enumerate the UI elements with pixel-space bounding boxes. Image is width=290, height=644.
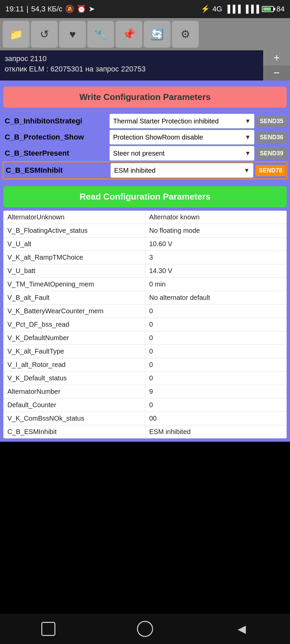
table-row: V_I_alt_Rotor_read 0: [3, 358, 287, 372]
cell-right: 10.60 V: [145, 237, 287, 251]
log-line2: отклик ELM : 62075301 на запрос 220753: [5, 64, 258, 74]
cell-right: Alternator known: [145, 211, 287, 224]
table-row: V_K_ComBssNOk_status 00: [3, 412, 287, 425]
params-grid: C_B_InhibitonStrategi Thermal Starter Pr…: [3, 114, 287, 179]
sync-button[interactable]: 🔄: [144, 21, 171, 48]
status-right: ⚡ 4G ▐▐▐ ▐▐▐ 84: [201, 5, 285, 13]
cell-left: V_K_BatteryWearCounter_mem: [3, 305, 145, 318]
param-value-2: Steer not present: [113, 150, 164, 157]
cell-right: 0: [145, 331, 287, 344]
cell-left: V_U_alt: [3, 237, 145, 251]
log-area: запрос 2110 отклик ELM : 62075301 на зап…: [0, 50, 290, 80]
network-type: 4G: [212, 5, 222, 13]
app-area: 📁 ↺ ♥ 🔧 📌 🔄 ⚙ запрос 2110 отклик ELM : 6…: [0, 18, 290, 442]
table-row: V_K_alt_FaultType 0: [3, 345, 287, 358]
table-row: V_TM_TimeAtOpening_mem 0 min: [3, 278, 287, 291]
toolbar: 📁 ↺ ♥ 🔧 📌 🔄 ⚙: [0, 18, 290, 50]
cell-left: V_B_FloatingActive_status: [3, 224, 145, 237]
send-btn-1[interactable]: SEND36: [256, 132, 287, 143]
param-row-1: C_B_Protection_Show Protection ShowRoom …: [3, 130, 287, 145]
read-config-button[interactable]: Read Configuration Parameters: [3, 186, 287, 207]
nav-home-button[interactable]: [132, 615, 158, 642]
cell-right: 0: [145, 398, 287, 412]
log-line1: запрос 2110: [5, 54, 258, 64]
cell-left: V_K_alt_FaultType: [3, 345, 145, 358]
cell-left: V_B_alt_Fault: [3, 291, 145, 304]
param-label-1: C_B_Protection_Show: [3, 131, 107, 144]
table-row: V_U_batt 14.30 V: [3, 264, 287, 278]
cell-right: 00: [145, 412, 287, 425]
cell-right: No floating mode: [145, 224, 287, 237]
minus-button[interactable]: −: [263, 65, 290, 80]
nav-back-button[interactable]: ◀: [228, 615, 255, 642]
param-value-1: Protection ShowRoom disable: [113, 133, 203, 141]
send-btn-0[interactable]: SEND35: [256, 116, 287, 127]
cell-right: 9: [145, 385, 287, 398]
wrench-button[interactable]: 🔧: [87, 21, 114, 48]
log-controls: + −: [263, 50, 290, 80]
nav-square-button[interactable]: [35, 615, 62, 642]
pin-button[interactable]: 📌: [115, 21, 142, 48]
folder-button[interactable]: 📁: [3, 21, 30, 48]
cell-left: V_TM_TimeAtOpening_mem: [3, 278, 145, 291]
chevron-icon-2: ▼: [245, 150, 251, 157]
param-label-3: C_B_ESMInhibit: [4, 164, 108, 177]
cell-left: C_B_ESMInhibit: [3, 425, 145, 438]
param-value-3: ESM inhibited: [114, 167, 155, 174]
param-label-2: C_B_SteerPresent: [3, 147, 107, 160]
param-row-3: C_B_ESMInhibit ESM inhibited ▼ SEND78: [3, 161, 287, 179]
time: 19:11: [5, 5, 24, 13]
log-text: запрос 2110 отклик ELM : 62075301 на зап…: [0, 50, 263, 80]
nav-icon: ➤: [89, 5, 95, 13]
data-table: AlternatorUnknown Alternator known V_B_F…: [3, 211, 287, 438]
table-row: C_B_ESMInhibit ESM inhibited: [3, 425, 287, 438]
cell-left: V_I_alt_Rotor_read: [3, 358, 145, 371]
send-btn-3[interactable]: SEND78: [255, 165, 286, 176]
chevron-icon-1: ▼: [245, 134, 251, 141]
table-row: V_K_alt_RampTMChoice 3: [3, 251, 287, 264]
plus-button[interactable]: +: [263, 50, 290, 65]
param-dropdown-3[interactable]: ESM inhibited ▼: [110, 163, 253, 178]
circle-icon: [137, 621, 153, 637]
mute-icon: 🔕: [65, 5, 74, 13]
settings-button[interactable]: ⚙: [172, 21, 199, 48]
table-row: V_B_FloatingActive_status No floating mo…: [3, 224, 287, 237]
chevron-icon-0: ▼: [245, 118, 251, 125]
cell-right: 0: [145, 345, 287, 358]
table-row: V_U_alt 10.60 V: [3, 237, 287, 251]
param-dropdown-2[interactable]: Steer not present ▼: [109, 146, 254, 161]
param-row-2: C_B_SteerPresent Steer not present ▼ SEN…: [3, 146, 287, 161]
write-config-button[interactable]: Write Configuration Parameters: [3, 87, 287, 108]
cell-right: 0: [145, 358, 287, 371]
battery-percent: 84: [277, 5, 285, 13]
table-row: V_Pct_DF_bss_read 0: [3, 318, 287, 331]
cell-left: V_K_ComBssNOk_status: [3, 412, 145, 425]
back-icon: ◀: [238, 623, 246, 635]
signal2-icon: ▐▐▐: [243, 5, 259, 13]
cell-right: 14.30 V: [145, 264, 287, 277]
cell-left: V_K_Default_status: [3, 372, 145, 385]
param-dropdown-1[interactable]: Protection ShowRoom disable ▼: [109, 130, 254, 145]
param-row-0: C_B_InhibitonStrategi Thermal Starter Pr…: [3, 114, 287, 128]
table-row: Default_Counter 0: [3, 398, 287, 412]
table-row: AlternatorUnknown Alternator known: [3, 211, 287, 224]
table-row: AlternatorNumber 9: [3, 385, 287, 398]
cell-right: 3: [145, 251, 287, 264]
refresh-button[interactable]: ↺: [31, 21, 58, 48]
param-dropdown-0[interactable]: Thermal Starter Protection inhibited ▼: [109, 114, 254, 128]
cell-right: 0: [145, 305, 287, 318]
cell-left: V_Pct_DF_bss_read: [3, 318, 145, 331]
cell-left: AlternatorUnknown: [3, 211, 145, 224]
bluetooth-icon: ⚡: [201, 5, 210, 13]
table-row: V_K_DefaultNumber 0: [3, 331, 287, 345]
cell-right: 0 min: [145, 278, 287, 291]
status-bar: 19:11 | 54,3 КБ/с 🔕 ⏰ ➤ ⚡ 4G ▐▐▐ ▐▐▐ 84: [0, 0, 290, 18]
chevron-icon-3: ▼: [244, 167, 250, 174]
send-btn-2[interactable]: SEND39: [256, 148, 287, 159]
battery-icon: [262, 6, 274, 12]
cell-left: V_K_DefaultNumber: [3, 331, 145, 344]
cell-left: Default_Counter: [3, 398, 145, 412]
alarm-icon: ⏰: [77, 5, 86, 13]
table-row: V_K_Default_status 0: [3, 372, 287, 385]
heart-button[interactable]: ♥: [59, 21, 86, 48]
